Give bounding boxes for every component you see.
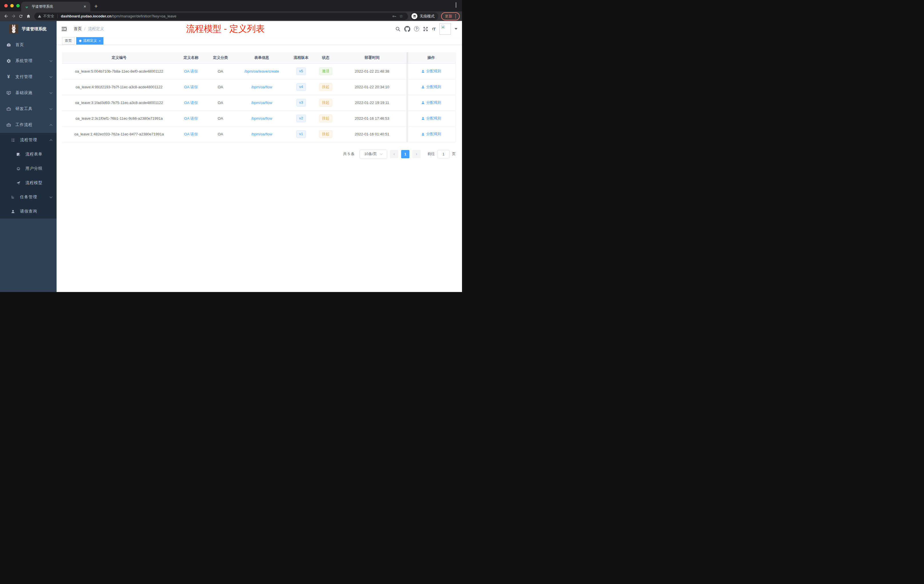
sidebar-item-label: 研发工具 (15, 106, 50, 111)
goto-page-input[interactable] (437, 150, 450, 158)
chevron-down-icon (50, 107, 53, 110)
tab-close-icon[interactable]: ✕ (83, 5, 87, 8)
page-title-annotation: 流程模型 - 定义列表 (186, 23, 265, 35)
definition-name-link[interactable]: OA 请假 (184, 85, 198, 89)
form-url-link[interactable]: /bpm/oa/leave/create (244, 69, 279, 73)
sidebar-item-process-management[interactable]: 流程管理 (0, 133, 56, 147)
form-url-link[interactable]: /bpm/oa/flow (251, 132, 272, 136)
incognito-badge: 无痕模式 (410, 12, 438, 20)
pagination: 共 5 条 10条/页 ‹ 1 › 前往 页 (62, 150, 456, 158)
status-badge: 激活 (319, 68, 332, 75)
gear-icon (6, 58, 11, 63)
cell-deploy-time: 2022-01-22 19:19:11 (337, 95, 407, 111)
sidebar-item-workflow[interactable]: 工作流程 (0, 117, 56, 133)
sidebar-item-home[interactable]: 首页 (0, 37, 56, 53)
help-icon[interactable]: ? (414, 26, 419, 31)
cell-definition-id: oa_leave:3:1fad3d93-7b75-11ec-a3c8-acde4… (62, 95, 176, 111)
font-size-icon[interactable]: tT (432, 26, 436, 31)
status-badge: 挂起 (319, 99, 332, 106)
security-chip[interactable]: 不安全 (38, 14, 54, 19)
search-icon[interactable] (395, 26, 401, 32)
forward-icon[interactable] (10, 13, 17, 20)
current-page-button[interactable]: 1 (401, 150, 409, 158)
broken-image-icon (441, 24, 446, 29)
person-icon (421, 69, 425, 73)
cell-deploy-time: 2022-01-22 20:34:10 (337, 79, 407, 95)
form-url-link[interactable]: /bpm/oa/flow (251, 101, 272, 105)
warning-icon (38, 14, 41, 18)
table-header-row: 定义编号 定义名称 定义分类 表单信息 流程版本 状态 部署时间 操作 (62, 52, 456, 63)
sidebar-item-label: 支付管理 (15, 74, 50, 79)
definition-name-link[interactable]: OA 请假 (184, 132, 198, 136)
sidebar-item-payment[interactable]: ¥ 支付管理 (0, 69, 56, 85)
github-icon[interactable] (404, 26, 410, 32)
bookmark-star-icon[interactable]: ☆ (398, 14, 404, 19)
sidebar-logo[interactable]: 芋道管理系统 (0, 21, 56, 37)
prev-page-button[interactable]: ‹ (390, 150, 398, 158)
cell-category: OA (206, 95, 235, 111)
assign-rule-button[interactable]: 分配规则 (421, 69, 441, 74)
password-key-icon[interactable] (391, 14, 398, 18)
address-bar[interactable]: 不安全 dashboard.yudao.iocoder.cn/bpm/manag… (34, 13, 408, 20)
sidebar-item-label: 请假查询 (20, 209, 52, 214)
form-url-link[interactable]: /bpm/oa/flow (251, 85, 272, 89)
avatar-dropdown-caret-icon[interactable] (455, 28, 457, 30)
definition-name-link[interactable]: OA 请假 (184, 116, 198, 120)
status-badge: 挂起 (319, 130, 332, 138)
definition-name-link[interactable]: OA 请假 (184, 69, 198, 73)
sidebar-item-dev-tools[interactable]: 研发工具 (0, 101, 56, 117)
sidebar-item-process-model[interactable]: 流程模型 (0, 176, 56, 190)
zoom-window-button[interactable] (16, 4, 20, 7)
next-page-button[interactable]: › (412, 150, 421, 158)
reload-icon[interactable] (17, 13, 25, 20)
assign-rule-button[interactable]: 分配规则 (421, 100, 441, 105)
fullscreen-icon[interactable] (423, 26, 428, 32)
minimize-window-button[interactable] (10, 4, 14, 7)
menu-kebab-icon[interactable] (455, 14, 456, 18)
browser-tab[interactable]: 芋道管理系统 ✕ (21, 2, 90, 12)
sidebar-item-user-group[interactable]: 用户分组 (0, 162, 56, 176)
tab-title: 芋道管理系统 (32, 4, 83, 9)
assign-rule-button[interactable]: 分配规则 (421, 84, 441, 89)
cell-category: OA (206, 111, 235, 126)
tag-process-definition[interactable]: 流程定义 × (76, 37, 104, 45)
sidebar-item-task-management[interactable]: 任务管理 (0, 190, 56, 204)
sidebar: 芋道管理系统 首页 系统管理 ¥ 支付管理 (0, 21, 56, 292)
dashboard-icon (6, 42, 11, 48)
definition-name-link[interactable]: OA 请假 (184, 101, 198, 105)
cell-definition-id: oa_leave:4:991f2193-7b7f-11ec-a3c8-acde4… (62, 79, 176, 95)
sidebar-collapse-icon[interactable] (61, 26, 68, 32)
back-icon[interactable] (2, 13, 10, 20)
tab-search-chevron-icon[interactable] (456, 2, 456, 7)
form-edit-icon (16, 152, 21, 157)
tags-view-bar: 首页 流程定义 × (56, 37, 462, 45)
sidebar-item-label: 流程模型 (25, 180, 52, 185)
page-size-select[interactable]: 10条/页 (360, 150, 387, 158)
tag-close-icon[interactable]: × (99, 39, 101, 43)
col-definition-category: 定义分类 (206, 52, 235, 63)
cell-deploy-time: 2022-01-22 21:48:38 (337, 63, 407, 79)
app-title: 芋道管理系统 (22, 26, 46, 32)
sidebar-item-system[interactable]: 系统管理 (0, 53, 56, 69)
close-window-button[interactable] (4, 4, 8, 7)
sidebar-item-leave-query[interactable]: 请假查询 (0, 204, 56, 219)
form-url-link[interactable]: /bpm/oa/flow (251, 116, 272, 120)
sidebar-item-process-form[interactable]: 流程表单 (0, 147, 56, 162)
version-badge: v4 (296, 83, 306, 91)
person-icon (421, 101, 425, 105)
sidebar-item-label: 系统管理 (15, 58, 50, 63)
assign-rule-button[interactable]: 分配规则 (421, 132, 441, 137)
chevron-up-icon (50, 139, 53, 142)
breadcrumb-separator: / (84, 26, 86, 31)
browser-update-button[interactable]: 更新 (441, 12, 460, 20)
avatar[interactable] (439, 23, 451, 35)
breadcrumb-home[interactable]: 首页 (74, 26, 82, 31)
new-tab-button[interactable]: + (94, 3, 98, 9)
col-status: 状态 (314, 52, 338, 63)
yen-icon: ¥ (6, 74, 11, 79)
tag-home[interactable]: 首页 (62, 37, 74, 45)
sidebar-item-infrastructure[interactable]: 基础设施 (0, 85, 56, 101)
home-icon[interactable] (25, 13, 32, 20)
sidebar-item-label: 用户分组 (25, 166, 52, 171)
assign-rule-button[interactable]: 分配规则 (421, 116, 441, 121)
